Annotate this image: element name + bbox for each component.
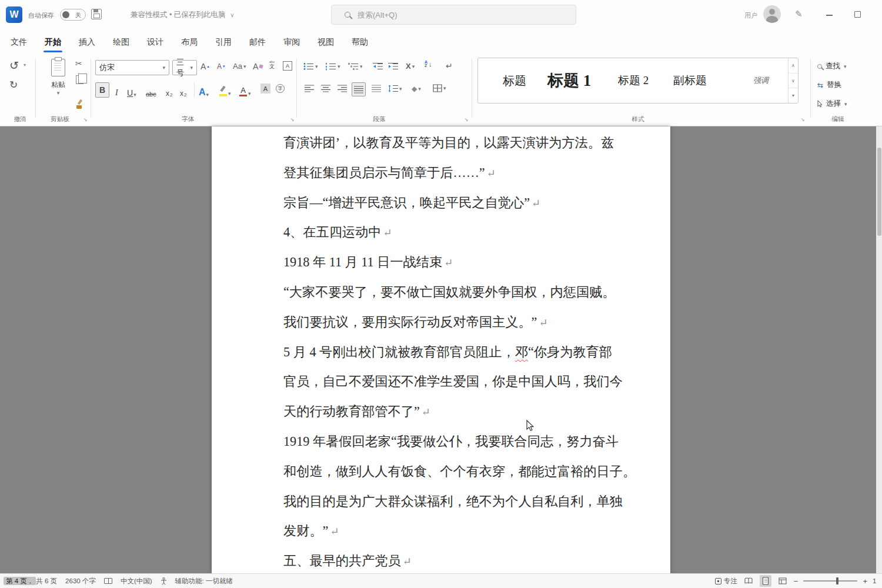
select-button[interactable]: 选择 ▾ xyxy=(817,99,847,109)
paragraph-dialog-launcher[interactable]: ↘ xyxy=(463,117,469,123)
distribute-button[interactable] xyxy=(372,85,381,92)
enclose-characters-button[interactable]: 字 xyxy=(276,84,285,93)
italic-button[interactable]: I xyxy=(115,83,118,98)
align-left-button[interactable] xyxy=(305,85,314,92)
doc-line[interactable]: 育演讲团’，以教育及平等为目的，以露天演讲为方法。兹 xyxy=(283,128,613,158)
misspelled-word[interactable]: 邓 xyxy=(515,345,528,359)
find-button[interactable]: 查找 ▾ xyxy=(817,61,847,71)
minimize-button[interactable] xyxy=(824,9,835,20)
tab-help[interactable]: 帮助 xyxy=(350,29,369,54)
replace-button[interactable]: ⇆ 替换 xyxy=(817,80,841,90)
style-subtitle[interactable]: 副标题 xyxy=(673,58,707,103)
character-shading-button[interactable]: A xyxy=(260,83,270,93)
character-border-button[interactable]: A xyxy=(283,61,292,71)
styles-dialog-launcher[interactable]: ↘ xyxy=(800,117,806,123)
text-effects-button[interactable]: A▾ xyxy=(199,83,209,98)
font-dialog-launcher[interactable]: ↘ xyxy=(289,117,295,123)
undo-icon[interactable]: ↺ xyxy=(9,59,19,72)
doc-line[interactable]: 发财。”↵ xyxy=(283,516,613,546)
doc-line[interactable]: “大家不要哭了，要不做亡国奴就要外争国权，内惩国贼。 xyxy=(283,278,613,308)
font-name-select[interactable]: 仿宋▾ xyxy=(95,60,169,75)
undo-dropdown-icon[interactable]: ▾ xyxy=(24,62,26,68)
zoom-level[interactable]: 1 xyxy=(873,577,881,584)
justify-button[interactable] xyxy=(352,82,366,96)
subscript-button[interactable]: x2 xyxy=(166,83,172,98)
bullet-list-button[interactable]: ▾ xyxy=(303,62,318,71)
document-page[interactable]: 育演讲团’，以教育及平等为目的，以露天演讲为方法。兹 登其征集团员启示与简章于后… xyxy=(212,126,670,573)
gallery-more-button[interactable]: ▾ xyxy=(789,88,798,103)
gallery-up-button[interactable]: ∧ xyxy=(789,58,798,74)
font-color-button[interactable]: A▾ xyxy=(239,82,251,96)
clipboard-dialog-launcher[interactable]: ↘ xyxy=(82,117,88,123)
shading-button[interactable]: ◆▾ xyxy=(412,85,421,93)
style-heading2[interactable]: 标题 2 xyxy=(618,58,649,103)
bold-button[interactable]: B xyxy=(95,82,109,98)
highlight-button[interactable]: ▾ xyxy=(219,82,231,96)
change-case-button[interactable]: Aa▾ xyxy=(233,62,246,71)
copy-icon[interactable] xyxy=(76,75,83,84)
underline-button[interactable]: U▾ xyxy=(127,83,136,98)
save-icon[interactable] xyxy=(91,9,102,19)
style-emphasis[interactable]: 强调 xyxy=(753,58,769,103)
pen-icon[interactable]: ✎ xyxy=(795,9,803,19)
numbered-list-button[interactable]: ▾ xyxy=(326,62,340,71)
document-title[interactable]: 兼容性模式 • 已保存到此电脑∨ xyxy=(131,10,235,20)
zoom-out-button[interactable]: − xyxy=(794,577,799,586)
strikethrough-button[interactable]: abc xyxy=(146,83,156,98)
tab-view[interactable]: 视图 xyxy=(316,29,335,54)
accessibility-status[interactable]: 辅助功能: 一切就绪 xyxy=(175,577,233,586)
tab-design[interactable]: 设计 xyxy=(146,29,165,54)
style-heading1[interactable]: 标题 1 xyxy=(547,58,591,103)
search-bar[interactable] xyxy=(331,5,576,25)
doc-line[interactable]: 我的目的是为广大群众谋福利，绝不为个人自私自利，单独 xyxy=(283,487,613,517)
tab-layout[interactable]: 布局 xyxy=(180,29,199,54)
avatar[interactable] xyxy=(763,5,781,23)
align-center-button[interactable] xyxy=(321,85,330,92)
focus-button[interactable]: 专注 xyxy=(715,577,737,586)
increase-indent-button[interactable] xyxy=(388,62,398,71)
doc-line[interactable]: 我们要抗议，要用实际行动反对帝国主义。”↵ xyxy=(283,308,613,338)
doc-line[interactable]: 天的行动教育部管不了”↵ xyxy=(283,397,613,427)
phonetic-guide-button[interactable]: abc文 xyxy=(269,61,275,69)
tab-mailings[interactable]: 邮件 xyxy=(248,29,267,54)
cut-icon[interactable]: ✂ xyxy=(75,59,82,68)
web-layout-button[interactable] xyxy=(777,575,789,587)
asian-layout-button[interactable]: X▾ xyxy=(406,62,415,71)
shrink-font-button[interactable]: A▾ xyxy=(217,62,225,71)
doc-line[interactable]: 1918 年 11 月 11 日一战结束↵ xyxy=(283,248,613,278)
style-title[interactable]: 标题 xyxy=(503,58,526,103)
tab-draw[interactable]: 绘图 xyxy=(112,29,131,54)
autosave-toggle[interactable]: 关 xyxy=(60,9,86,21)
zoom-slider[interactable] xyxy=(803,580,857,582)
superscript-button[interactable]: x2 xyxy=(180,83,186,98)
doc-line[interactable]: 登其征集团员启示与简章于后……”↵ xyxy=(283,158,613,188)
tab-references[interactable]: 引用 xyxy=(214,29,233,54)
clear-formatting-button[interactable]: A xyxy=(253,62,263,71)
doc-line[interactable]: 5 月 4 号刚出校门就被教育部官员阻止，邓“你身为教育部 xyxy=(283,338,613,368)
doc-line[interactable]: 4、在五四运动中↵ xyxy=(283,218,613,248)
grow-font-button[interactable]: A▴ xyxy=(201,62,209,71)
format-painter-icon[interactable] xyxy=(75,99,84,109)
redo-icon[interactable]: ↻ xyxy=(9,79,18,91)
multilevel-list-button[interactable]: ▾ xyxy=(348,62,363,71)
search-input[interactable] xyxy=(358,11,552,19)
word-count[interactable]: 2630 个字 xyxy=(65,577,96,586)
doc-line[interactable]: 官员，自己不爱国还不准学生爱国，你是中国人吗，我们今 xyxy=(283,367,613,397)
tab-home[interactable]: 开始 xyxy=(44,29,62,54)
scrollbar-thumb[interactable] xyxy=(877,148,881,236)
show-marks-button[interactable]: ↵ xyxy=(446,61,453,71)
print-layout-button[interactable] xyxy=(760,575,771,587)
doc-line[interactable]: 宗旨—“增进平民意识，唤起平民之自觉心”↵ xyxy=(283,188,613,218)
paste-button[interactable]: 粘贴 ▾ xyxy=(44,56,73,108)
vertical-scrollbar[interactable] xyxy=(876,126,882,573)
doc-line[interactable]: 和创造，做到人人有饭食、个个有衣穿，都能过富裕的日子。 xyxy=(283,457,613,487)
tab-review[interactable]: 审阅 xyxy=(282,29,301,54)
language-indicator[interactable]: 中文(中国) xyxy=(121,577,152,586)
zoom-in-button[interactable]: + xyxy=(863,577,867,586)
tab-insert[interactable]: 插入 xyxy=(78,29,96,54)
line-spacing-button[interactable]: ▾ xyxy=(388,85,402,92)
font-size-select[interactable]: 三号▾ xyxy=(172,60,197,75)
borders-button[interactable]: ▾ xyxy=(433,84,446,92)
align-right-button[interactable] xyxy=(338,85,347,92)
page-indicator[interactable]: 第 4 页，共 6 页 xyxy=(4,577,57,586)
